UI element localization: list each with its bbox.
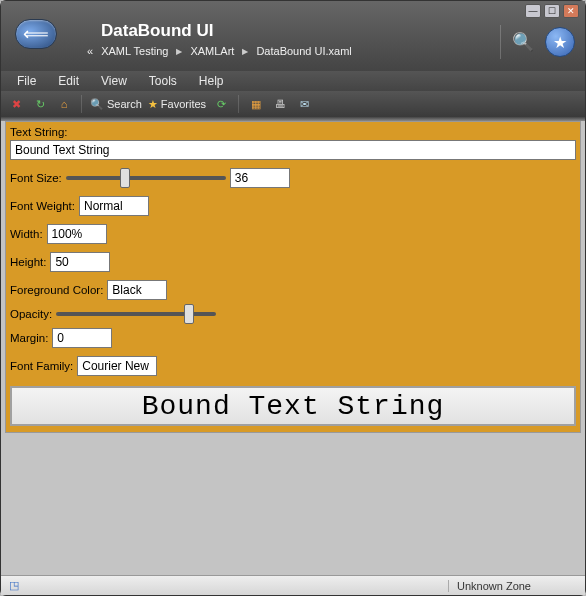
opacity-slider[interactable]: [56, 312, 216, 316]
width-row: Width:: [10, 224, 576, 244]
empty-area: [5, 433, 581, 571]
app-window: — ☐ ✕ ⟸ DataBound UI « XAML Testing ▶ XA…: [0, 0, 586, 596]
font-weight-row: Font Weight:: [10, 196, 576, 216]
preview-output: Bound Text String: [10, 386, 576, 426]
titlebar: — ☐ ✕ ⟸ DataBound UI « XAML Testing ▶ XA…: [1, 1, 585, 71]
margin-row: Margin:: [10, 328, 576, 348]
menu-help[interactable]: Help: [189, 72, 234, 90]
chevron-right-icon: ▶: [176, 47, 182, 56]
favorites-star-button[interactable]: ★: [545, 27, 575, 57]
menu-edit[interactable]: Edit: [48, 72, 89, 90]
breadcrumb-prefix[interactable]: «: [87, 45, 93, 57]
back-button[interactable]: ⟸: [15, 19, 57, 49]
margin-label: Margin:: [10, 332, 48, 344]
opacity-label: Opacity:: [10, 308, 52, 320]
titlebar-right: 🔍 ★: [500, 25, 575, 59]
opacity-row: Opacity:: [10, 308, 576, 320]
fg-color-label: Foreground Color:: [10, 284, 103, 296]
form-panel: Text String: Font Size: Font Weight: Wid…: [5, 121, 581, 433]
text-string-label: Text String:: [10, 126, 576, 138]
security-zone: Unknown Zone: [448, 580, 581, 592]
refresh-icon[interactable]: ↻: [31, 95, 49, 113]
window-title: DataBound UI: [101, 21, 213, 41]
font-weight-label: Font Weight:: [10, 200, 75, 212]
toolbar: ✖ ↻ ⌂ 🔍 Search ★ Favorites ⟳ ▦ 🖶 ✉: [1, 91, 585, 117]
page-icon: ◳: [5, 579, 23, 592]
arrow-left-icon: ⟸: [23, 23, 49, 45]
search-icon[interactable]: 🔍: [509, 28, 537, 56]
search-button[interactable]: 🔍 Search: [90, 98, 142, 111]
margin-input[interactable]: [52, 328, 112, 348]
close-button[interactable]: ✕: [563, 4, 579, 18]
maximize-button[interactable]: ☐: [544, 4, 560, 18]
font-size-input[interactable]: [230, 168, 290, 188]
chevron-right-icon: ▶: [242, 47, 248, 56]
height-row: Height:: [10, 252, 576, 272]
home-icon[interactable]: ⌂: [55, 95, 73, 113]
width-label: Width:: [10, 228, 43, 240]
star-icon: ★: [148, 98, 158, 111]
toolbar-separator: [238, 95, 239, 113]
favorites-label: Favorites: [161, 98, 206, 110]
search-label: Search: [107, 98, 142, 110]
favorites-button[interactable]: ★ Favorites: [148, 98, 206, 111]
font-family-input[interactable]: [77, 356, 157, 376]
delete-icon[interactable]: ✖: [7, 95, 25, 113]
breadcrumb-item[interactable]: DataBound UI.xaml: [256, 45, 351, 57]
breadcrumb: « XAML Testing ▶ XAMLArt ▶ DataBound UI.…: [87, 45, 352, 57]
print-icon[interactable]: 🖶: [271, 95, 289, 113]
menu-tools[interactable]: Tools: [139, 72, 187, 90]
breadcrumb-item[interactable]: XAMLArt: [190, 45, 234, 57]
height-label: Height:: [10, 256, 46, 268]
minimize-button[interactable]: —: [525, 4, 541, 18]
history-icon[interactable]: ⟳: [212, 95, 230, 113]
menubar: File Edit View Tools Help: [1, 71, 585, 91]
window-controls: — ☐ ✕: [525, 4, 579, 18]
feeds-icon[interactable]: ▦: [247, 95, 265, 113]
font-family-label: Font Family:: [10, 360, 73, 372]
menu-view[interactable]: View: [91, 72, 137, 90]
divider: [500, 25, 501, 59]
font-weight-input[interactable]: [79, 196, 149, 216]
height-input[interactable]: [50, 252, 110, 272]
fg-color-row: Foreground Color:: [10, 280, 576, 300]
font-size-slider[interactable]: [66, 176, 226, 180]
text-string-row: Text String:: [10, 126, 576, 160]
mail-icon[interactable]: ✉: [295, 95, 313, 113]
breadcrumb-item[interactable]: XAML Testing: [101, 45, 168, 57]
content-area: Text String: Font Size: Font Weight: Wid…: [1, 117, 585, 575]
font-size-label: Font Size:: [10, 172, 62, 184]
star-icon: ★: [553, 33, 567, 52]
fg-color-input[interactable]: [107, 280, 167, 300]
text-string-input[interactable]: [10, 140, 576, 160]
menu-file[interactable]: File: [7, 72, 46, 90]
font-size-row: Font Size:: [10, 168, 576, 188]
statusbar: ◳ Unknown Zone: [1, 575, 585, 595]
font-family-row: Font Family:: [10, 356, 576, 376]
search-icon: 🔍: [90, 98, 104, 111]
toolbar-separator: [81, 95, 82, 113]
width-input[interactable]: [47, 224, 107, 244]
